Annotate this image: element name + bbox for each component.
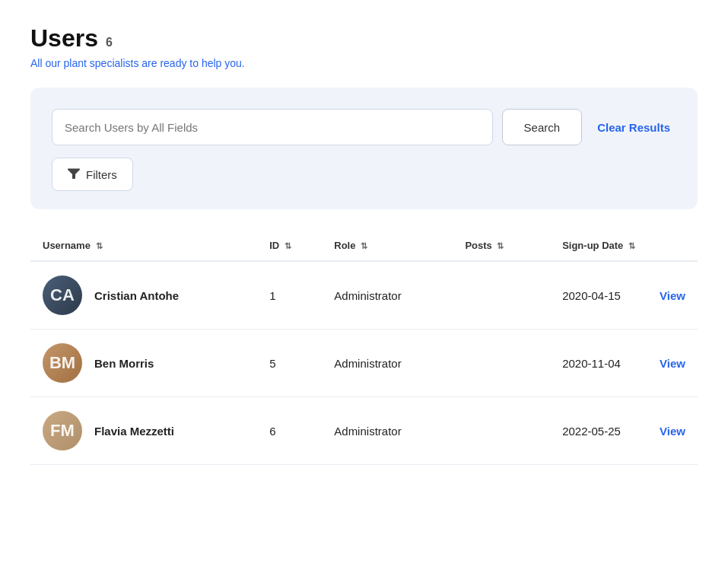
table-row: BM Ben Morris 5 Administrator 2020-11-04…: [30, 330, 698, 397]
cell-action: View: [647, 397, 698, 465]
avatar-initials: CA: [43, 275, 82, 315]
sort-icon-role: ⇅: [361, 241, 367, 251]
search-row: Search Clear Results: [52, 109, 676, 145]
view-link[interactable]: View: [660, 357, 685, 370]
cell-username: CA Cristian Antohe: [30, 261, 257, 330]
search-panel: Search Clear Results Filters: [30, 88, 698, 209]
view-link[interactable]: View: [660, 425, 685, 438]
cell-posts: [453, 397, 550, 465]
page-header: Users 6 All our plant specialists are re…: [30, 24, 698, 69]
filters-label: Filters: [86, 168, 117, 181]
cell-action: View: [647, 261, 698, 330]
cell-signup-date: 2020-04-15: [550, 261, 647, 330]
avatar-initials: FM: [43, 411, 82, 451]
cell-role: Administrator: [322, 261, 453, 330]
search-input[interactable]: [52, 109, 493, 145]
col-header-signup[interactable]: Sign-up Date ⇅: [550, 231, 647, 261]
sort-icon-username: ⇅: [96, 241, 103, 251]
sort-icon-posts: ⇅: [497, 241, 504, 251]
sort-icon-signup: ⇅: [628, 241, 635, 251]
col-header-id[interactable]: ID ⇅: [257, 231, 322, 261]
users-table: Username ⇅ ID ⇅ Role ⇅ Posts ⇅ Sign-up D…: [30, 231, 698, 465]
filter-icon: [68, 168, 80, 181]
user-count: 6: [106, 36, 113, 49]
filters-button[interactable]: Filters: [52, 158, 133, 191]
cell-posts: [453, 330, 550, 397]
avatar: CA: [43, 275, 82, 315]
username-label: Cristian Antohe: [94, 289, 179, 302]
table-row: FM Flavia Mezzetti 6 Administrator 2022-…: [30, 397, 698, 465]
clear-results-button[interactable]: Clear Results: [591, 121, 676, 134]
table-body: CA Cristian Antohe 1 Administrator 2020-…: [30, 261, 698, 465]
cell-role: Administrator: [322, 330, 453, 397]
page-title: Users: [30, 24, 98, 53]
col-header-posts[interactable]: Posts ⇅: [453, 231, 550, 261]
table-header: Username ⇅ ID ⇅ Role ⇅ Posts ⇅ Sign-up D…: [30, 231, 698, 261]
username-label: Ben Morris: [94, 357, 154, 370]
cell-username: BM Ben Morris: [30, 330, 257, 397]
avatar: BM: [43, 343, 82, 383]
cell-id: 6: [257, 397, 322, 465]
col-header-username[interactable]: Username ⇅: [30, 231, 257, 261]
col-header-action: [647, 231, 698, 261]
view-link[interactable]: View: [660, 289, 685, 302]
avatar: FM: [43, 411, 82, 451]
page-subtitle: All our plant specialists are ready to h…: [30, 57, 698, 69]
cell-username: FM Flavia Mezzetti: [30, 397, 257, 465]
cell-signup-date: 2022-05-25: [550, 397, 647, 465]
username-label: Flavia Mezzetti: [94, 425, 174, 438]
cell-signup-date: 2020-11-04: [550, 330, 647, 397]
sort-icon-id: ⇅: [285, 241, 291, 251]
table-row: CA Cristian Antohe 1 Administrator 2020-…: [30, 261, 698, 330]
col-header-role[interactable]: Role ⇅: [322, 231, 453, 261]
cell-id: 5: [257, 330, 322, 397]
cell-posts: [453, 261, 550, 330]
cell-id: 1: [257, 261, 322, 330]
avatar-initials: BM: [43, 343, 82, 383]
cell-role: Administrator: [322, 397, 453, 465]
search-button[interactable]: Search: [502, 109, 583, 145]
cell-action: View: [647, 330, 698, 397]
